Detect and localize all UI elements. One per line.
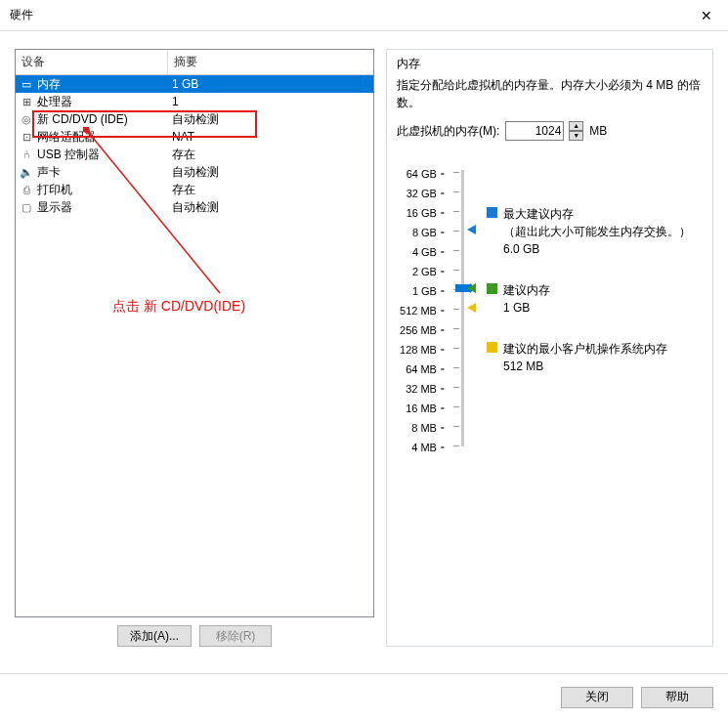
close-icon[interactable]: ✕ xyxy=(695,8,718,23)
device-name: 内存 xyxy=(37,76,61,93)
tick-label: 1 GB ⁃ xyxy=(397,281,446,301)
device-list: 设备 摘要 ▭内存1 GB⊞处理器1◎新 CD/DVD (IDE)自动检测⊡网络… xyxy=(15,49,374,617)
device-summary: 存在 xyxy=(168,182,373,198)
memory-input-row: 此虚拟机的内存(M): ▲ ▼ MB xyxy=(397,121,703,141)
tick-label: 8 GB ⁃ xyxy=(397,223,446,242)
tick-label: 8 MB ⁃ xyxy=(397,418,446,438)
tick-label: 64 GB ⁃ xyxy=(397,164,446,184)
dialog-body: 设备 摘要 ▭内存1 GB⊞处理器1◎新 CD/DVD (IDE)自动检测⊡网络… xyxy=(0,31,728,656)
green-swatch-icon xyxy=(487,283,497,294)
spinner-up-icon[interactable]: ▲ xyxy=(569,121,583,131)
legend-min-value: 512 MB xyxy=(503,358,667,375)
header-device[interactable]: 设备 xyxy=(16,50,168,74)
tick-label: 4 MB ⁃ xyxy=(397,438,446,457)
memory-slider[interactable] xyxy=(453,164,479,457)
device-name: USB 控制器 xyxy=(37,147,100,163)
min-marker-icon xyxy=(467,303,476,313)
dialog-footer: 关闭 帮助 xyxy=(0,673,728,720)
add-button[interactable]: 添加(A)... xyxy=(117,625,192,647)
blue-swatch-icon xyxy=(487,207,497,218)
help-button[interactable]: 帮助 xyxy=(641,687,713,708)
remove-button[interactable]: 移除(R) xyxy=(199,625,272,647)
table-row[interactable]: 🔈声卡自动检测 xyxy=(16,163,373,181)
memory-label: 此虚拟机的内存(M): xyxy=(397,123,499,140)
device-summary: 自动检测 xyxy=(168,164,373,181)
legend: 最大建议内存 （超出此大小可能发生内存交换。） 6.0 GB 建议内存 1 GB xyxy=(487,164,703,457)
display-icon: ▢ xyxy=(20,200,33,214)
memory-title: 内存 xyxy=(397,56,703,72)
memory-input[interactable] xyxy=(505,121,564,141)
table-row[interactable]: ⊡网络适配器NAT xyxy=(16,128,373,146)
title-bar: 硬件 ✕ xyxy=(0,0,728,31)
legend-max-value: 6.0 GB xyxy=(503,240,691,258)
legend-min-label: 建议的最小客户机操作系统内存 xyxy=(503,340,667,358)
tick-label: 512 MB ⁃ xyxy=(397,301,446,320)
table-row[interactable]: ◎新 CD/DVD (IDE)自动检测 xyxy=(16,110,373,128)
tick-label: 128 MB ⁃ xyxy=(397,340,446,360)
tick-labels: 64 GB ⁃32 GB ⁃16 GB ⁃8 GB ⁃4 GB ⁃2 GB ⁃1… xyxy=(397,164,446,457)
device-name: 网络适配器 xyxy=(37,129,96,146)
memory-icon: ▭ xyxy=(20,77,33,91)
tick-label: 32 MB ⁃ xyxy=(397,379,446,399)
left-pane: 设备 摘要 ▭内存1 GB⊞处理器1◎新 CD/DVD (IDE)自动检测⊡网络… xyxy=(15,49,374,647)
spinner[interactable]: ▲ ▼ xyxy=(569,121,583,141)
max-marker-icon xyxy=(467,225,476,234)
legend-max-label: 最大建议内存 xyxy=(503,205,691,223)
tick-label: 16 GB ⁃ xyxy=(397,203,446,223)
legend-rec-value: 1 GB xyxy=(503,299,550,317)
device-summary: 存在 xyxy=(168,147,373,163)
header-summary[interactable]: 摘要 xyxy=(168,50,373,74)
legend-max: 最大建议内存 （超出此大小可能发生内存交换。） 6.0 GB xyxy=(487,205,703,258)
device-name: 新 CD/DVD (IDE) xyxy=(37,111,128,128)
tick-label: 64 MB ⁃ xyxy=(397,360,446,379)
table-row[interactable]: ▢显示器自动检测 xyxy=(16,198,373,216)
network-icon: ⊡ xyxy=(20,130,33,144)
legend-rec-label: 建议内存 xyxy=(503,281,550,299)
table-row[interactable]: ⑃USB 控制器存在 xyxy=(16,146,373,163)
list-buttons: 添加(A)... 移除(R) xyxy=(15,617,374,647)
window-title: 硬件 xyxy=(10,7,33,23)
usb-icon: ⑃ xyxy=(20,148,33,161)
device-summary: 自动检测 xyxy=(168,111,373,128)
slider-track xyxy=(461,170,464,446)
device-name: 显示器 xyxy=(37,199,72,216)
slider-area: 64 GB ⁃32 GB ⁃16 GB ⁃8 GB ⁃4 GB ⁃2 GB ⁃1… xyxy=(397,164,703,457)
device-summary: NAT xyxy=(168,130,373,144)
device-name: 声卡 xyxy=(37,164,61,181)
legend-min: 建议的最小客户机操作系统内存 512 MB xyxy=(487,340,703,375)
device-summary: 自动检测 xyxy=(168,199,373,216)
device-name: 处理器 xyxy=(37,94,72,110)
tick-label: 32 GB ⁃ xyxy=(397,184,446,203)
tick-label: 256 MB ⁃ xyxy=(397,320,446,340)
rec-marker-icon xyxy=(467,283,476,293)
device-name: 打印机 xyxy=(37,182,72,198)
legend-max-note: （超出此大小可能发生内存交换。） xyxy=(503,223,691,240)
cpu-icon: ⊞ xyxy=(20,95,33,108)
spinner-down-icon[interactable]: ▼ xyxy=(569,131,583,141)
tick-label: 4 GB ⁃ xyxy=(397,242,446,262)
sound-icon: 🔈 xyxy=(20,165,33,179)
close-button[interactable]: 关闭 xyxy=(561,687,633,708)
cd-icon: ◎ xyxy=(20,112,33,126)
device-summary: 1 xyxy=(168,95,373,108)
tick-label: 16 MB ⁃ xyxy=(397,399,446,418)
table-row[interactable]: ⎙打印机存在 xyxy=(16,181,373,198)
device-summary: 1 GB xyxy=(168,77,373,91)
memory-desc: 指定分配给此虚拟机的内存量。内存大小必须为 4 MB 的倍数。 xyxy=(397,76,703,111)
yellow-swatch-icon xyxy=(487,342,497,353)
printer-icon: ⎙ xyxy=(20,183,33,196)
list-header: 设备 摘要 xyxy=(16,50,373,75)
legend-rec: 建议内存 1 GB xyxy=(487,281,703,317)
memory-unit: MB xyxy=(589,124,607,138)
annotation-text: 点击 新 CD/DVD(IDE) xyxy=(112,298,245,316)
memory-panel: 内存 指定分配给此虚拟机的内存量。内存大小必须为 4 MB 的倍数。 此虚拟机的… xyxy=(386,49,713,647)
table-row[interactable]: ▭内存1 GB xyxy=(16,75,373,93)
tick-label: 2 GB ⁃ xyxy=(397,262,446,281)
table-row[interactable]: ⊞处理器1 xyxy=(16,93,373,110)
